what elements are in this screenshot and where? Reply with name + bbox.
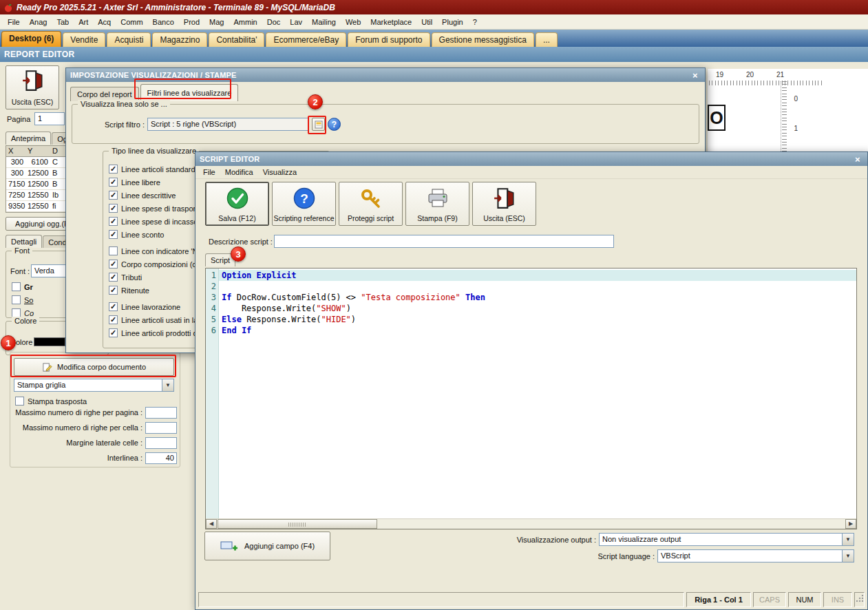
checkbox-icon: ✓ bbox=[109, 315, 118, 324]
menu-item[interactable]: Util bbox=[416, 16, 437, 28]
menu-item[interactable]: Doc bbox=[262, 16, 286, 28]
menu-item[interactable]: Acq bbox=[93, 16, 116, 28]
menu-item[interactable]: Ammin bbox=[229, 16, 262, 28]
printer-icon bbox=[426, 187, 449, 211]
add-field-button[interactable]: Aggiungi campo (F4) bbox=[204, 532, 330, 560]
close-icon[interactable]: × bbox=[690, 70, 701, 81]
menu-item[interactable]: Visualizza bbox=[258, 166, 301, 178]
checkbox-label: Linee sconto bbox=[121, 231, 164, 239]
annotation-step-1: 1 bbox=[1, 335, 16, 350]
tab-corpo-del-report[interactable]: Corpo del report bbox=[70, 87, 139, 101]
menu-item[interactable]: Tab bbox=[52, 16, 74, 28]
checkbox-icon: ✓ bbox=[109, 191, 118, 200]
window-titlebar[interactable]: Ready Pro 2025.5.21 - Axter Srl - Ammini… bbox=[0, 0, 868, 14]
line-filter-group: Visualizza linea solo se ... Script filt… bbox=[72, 104, 699, 144]
code-gutter: 123456 bbox=[206, 269, 219, 529]
workspace-tab[interactable]: Forum di supporto bbox=[348, 32, 430, 47]
filter-help-button[interactable]: ? bbox=[328, 118, 341, 131]
table-cell: 12550 bbox=[25, 201, 50, 211]
menu-item[interactable]: Mag bbox=[204, 16, 229, 28]
protect-script-button[interactable]: Proteggi script bbox=[339, 182, 403, 226]
field-label: Massimo numero di righe per cella : bbox=[12, 423, 145, 432]
scroll-left-icon[interactable]: ◀ bbox=[206, 519, 217, 529]
checkbox-icon: ✓ bbox=[109, 230, 118, 239]
menu-item[interactable]: Web bbox=[341, 16, 366, 28]
menu-item[interactable]: File bbox=[3, 16, 25, 28]
close-icon[interactable]: × bbox=[852, 154, 863, 165]
code-line[interactable]: Option Explicit bbox=[219, 270, 856, 281]
font-style-checkbox[interactable]: Gr bbox=[12, 280, 34, 293]
print-button[interactable]: Stampa (F9) bbox=[405, 182, 469, 226]
table-cell: 6100 bbox=[25, 157, 50, 167]
chevron-down-icon[interactable]: ▼ bbox=[842, 550, 854, 562]
description-input[interactable] bbox=[274, 235, 614, 248]
chevron-down-icon[interactable]: ▼ bbox=[842, 534, 854, 545]
code-line[interactable] bbox=[219, 281, 856, 292]
field-input[interactable] bbox=[145, 422, 177, 434]
workspace-tab[interactable]: ... bbox=[536, 32, 558, 47]
page-input[interactable]: 1 bbox=[34, 112, 65, 125]
menu-item[interactable]: Prod bbox=[179, 16, 204, 28]
chevron-down-icon[interactable]: ▼ bbox=[162, 379, 173, 391]
exit-button[interactable]: Uscita (ESC) bbox=[472, 182, 536, 226]
workspace-tab[interactable]: Gestione messaggistica bbox=[432, 32, 534, 47]
script-filter-value[interactable]: Script : 5 righe (VBScript) bbox=[147, 118, 309, 131]
report-editor-header: REPORT EDITOR bbox=[0, 47, 868, 62]
scripting-reference-button[interactable]: ? Scripting reference bbox=[272, 182, 336, 226]
field-label: Margine laterale celle : bbox=[12, 439, 145, 447]
code-line[interactable]: End If bbox=[219, 325, 856, 336]
svg-text:?: ? bbox=[300, 191, 308, 206]
exit-door-icon bbox=[493, 187, 516, 211]
resize-grip[interactable] bbox=[854, 592, 865, 607]
menu-item[interactable]: Banco bbox=[148, 16, 179, 28]
checkbox-icon: ✓ bbox=[109, 217, 118, 226]
scroll-right-icon[interactable]: ▶ bbox=[845, 519, 856, 529]
checkbox-label: Linee descrittive bbox=[121, 191, 176, 200]
language-select[interactable]: VBScript ▼ bbox=[657, 549, 854, 562]
workspace-tab[interactable]: Vendite bbox=[63, 32, 105, 47]
ruler-number: 20 bbox=[746, 71, 754, 78]
tab-anteprima[interactable]: Anteprima bbox=[6, 132, 51, 145]
menu-item[interactable]: Comm bbox=[116, 16, 147, 28]
workspace-tab[interactable]: Desktop (6) bbox=[1, 31, 61, 47]
output-select[interactable]: Non visualizzare output ▼ bbox=[599, 533, 854, 546]
menu-item[interactable]: Mailing bbox=[307, 16, 341, 28]
exit-button[interactable]: Uscita (ESC) bbox=[6, 65, 59, 109]
save-button[interactable]: Salva (F12) bbox=[205, 182, 269, 226]
field-input[interactable]: 40 bbox=[145, 452, 177, 464]
code-line[interactable]: Response.Write("SHOW") bbox=[219, 303, 856, 314]
workspace-tab[interactable]: Ecommerce/eBay bbox=[266, 32, 346, 47]
field-label: Interlinea : bbox=[12, 454, 145, 462]
code-line[interactable]: If DocRow.CustomField(5) <> "Testa compo… bbox=[219, 292, 856, 303]
code-editor[interactable]: 123456 Option Explicit If DocRow.CustomF… bbox=[205, 268, 857, 529]
menu-item[interactable]: Modifica bbox=[220, 166, 258, 178]
workspace-tab[interactable]: Acquisti bbox=[107, 32, 151, 47]
menu-item[interactable]: Lav bbox=[285, 16, 307, 28]
table-header-cell[interactable]: Y bbox=[25, 146, 50, 156]
scroll-thumb[interactable] bbox=[218, 519, 377, 529]
workspace-tab[interactable]: Magazzino bbox=[152, 32, 207, 47]
checkbox-icon: ✓ bbox=[109, 273, 118, 282]
menu-item[interactable]: Marketplace bbox=[366, 16, 416, 28]
font-style-checkbox[interactable]: So bbox=[12, 293, 34, 306]
add-field-label: Aggiungi campo (F4) bbox=[244, 542, 315, 550]
script-editor-titlebar[interactable]: SCRIPT EDITOR × bbox=[195, 152, 867, 166]
checkbox-icon: ✓ bbox=[109, 302, 118, 311]
menu-item[interactable]: Plugin bbox=[437, 16, 468, 28]
menu-item[interactable]: Anag bbox=[25, 16, 52, 28]
line-number: 1 bbox=[206, 270, 216, 281]
field-row: Massimo numero di righe per pagina : bbox=[12, 405, 177, 420]
horizontal-scrollbar[interactable]: ◀ ▶ bbox=[206, 518, 856, 529]
field-input[interactable] bbox=[145, 407, 177, 419]
field-input[interactable] bbox=[145, 437, 177, 449]
menu-item[interactable]: ? bbox=[468, 16, 482, 28]
grid-print-select[interactable]: Stampa griglia ▼ bbox=[14, 379, 174, 392]
table-header-cell[interactable]: X bbox=[6, 146, 25, 156]
menu-item[interactable]: File bbox=[198, 166, 220, 178]
code-lines[interactable]: Option Explicit If DocRow.CustomField(5)… bbox=[219, 269, 856, 529]
color-swatch[interactable] bbox=[34, 337, 65, 346]
menu-item[interactable]: Art bbox=[74, 16, 93, 28]
checkbox-label: Linee spese di incasso bbox=[121, 218, 198, 226]
workspace-tab[interactable]: Contabilita' bbox=[209, 32, 264, 47]
code-line[interactable]: Else Response.Write("HIDE") bbox=[219, 314, 856, 325]
